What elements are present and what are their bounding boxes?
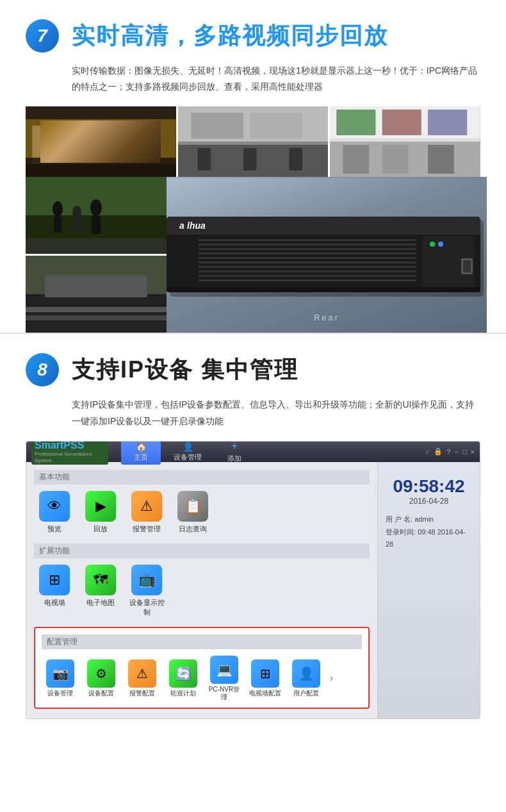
alarm-label: 报警管理 [133, 524, 161, 534]
svg-rect-9 [250, 113, 302, 138]
username-value: admin [414, 515, 434, 523]
preview-icon: 👁 [47, 498, 61, 515]
camera-grid-top [26, 106, 480, 177]
nav-add-label: 添加 [227, 454, 241, 463]
device-mgmt-icon: 📷 [53, 666, 69, 681]
svg-rect-52 [199, 270, 416, 272]
section7: 7 实时高清，多路视频同步回放 实时传输数据：图像无损失、无延时！高清视频，现场… [0, 0, 506, 333]
svg-rect-47 [199, 248, 416, 250]
minimize-button[interactable]: − [454, 448, 458, 456]
rear-label: Rear [314, 313, 339, 322]
icon-playback[interactable]: ▶ 回放 [80, 491, 121, 534]
svg-rect-22 [428, 145, 454, 174]
device-icon: 👤 [183, 442, 193, 452]
pss-user-info: 用 户 名: admin 登录时间: 09:48 2016-04-28 [386, 513, 472, 551]
playback-icon: ▶ [95, 498, 106, 515]
svg-rect-12 [243, 148, 256, 170]
pss-body: 基本功能 👁 预览 ▶ 回放 [26, 462, 480, 718]
pss-logo-text: SmartPSS [35, 441, 105, 451]
nav-home-label: 主页 [134, 452, 148, 462]
nav-device[interactable]: 👤 设备管理 [161, 441, 215, 465]
svg-text:a: a [179, 220, 184, 231]
icon-preview[interactable]: 👁 预览 [34, 491, 75, 534]
device-mgmt-icon-box: 📷 [46, 659, 74, 688]
username-label: 用 户 名: [386, 515, 412, 523]
section8-header: 8 支持IP设备 集中管理 [26, 353, 480, 386]
log-icon: 📋 [184, 498, 202, 515]
nav-add[interactable]: + 添加 [215, 441, 254, 467]
home-icon: 🏠 [136, 442, 147, 452]
emap-icon-box: 🗺 [85, 565, 116, 595]
icon-log[interactable]: 📋 日志查询 [172, 491, 213, 534]
tvwall-cfg-label: 电视墙配置 [249, 690, 281, 697]
svg-rect-3 [71, 126, 104, 164]
icon-tv-wall[interactable]: ⊞ 电视墙 [34, 565, 75, 617]
cam-scene-store [26, 106, 176, 177]
log-label: 日志查询 [179, 524, 207, 534]
alarm-cfg-label: 报警配置 [129, 690, 155, 697]
preview-label: 预览 [47, 524, 61, 534]
pss-date: 2016-04-28 [409, 497, 448, 506]
svg-rect-53 [199, 275, 416, 277]
svg-rect-60 [167, 287, 480, 292]
preview-icon-box: 👁 [39, 491, 70, 522]
pss-logo: SmartPSS Professional Surveillance Syste… [31, 441, 108, 465]
config-pcnvr[interactable]: 💻 PC-NVR管理 [206, 656, 243, 701]
camera-img-shop [330, 106, 480, 177]
config-device-cfg[interactable]: ⚙ 设备配置 [83, 659, 120, 697]
svg-rect-1 [26, 119, 176, 164]
config-alarm-cfg[interactable]: ⚠ 报警配置 [124, 659, 161, 697]
svg-point-58 [430, 242, 435, 247]
section7-number: 7 [26, 19, 59, 53]
user-icon: ♂ [425, 448, 430, 456]
icon-emap[interactable]: 🗺 电子地图 [80, 565, 121, 617]
svg-rect-50 [199, 261, 416, 263]
camera-img-mall [178, 106, 329, 177]
pss-titlebar-controls: ♂ 🔒 ? − □ × [425, 447, 475, 456]
user-cfg-icon: 👤 [298, 666, 314, 681]
close-button[interactable]: × [471, 448, 475, 456]
maximize-button[interactable]: □ [462, 448, 467, 456]
help-icon[interactable]: ? [446, 448, 450, 456]
patrol-icon: 🔄 [175, 666, 192, 681]
svg-rect-54 [199, 279, 416, 281]
display-ctrl-icon: 📺 [138, 572, 156, 588]
nav-device-label: 设备管理 [174, 452, 202, 462]
section8: 8 支持IP设备 集中管理 支持IP设备集中管理，包括IP设备参数配置、信息导入… [0, 334, 506, 731]
config-next-arrow[interactable]: › [329, 672, 334, 684]
add-icon: + [231, 441, 238, 454]
display-ctrl-icon-box: 📺 [131, 565, 162, 595]
svg-text:lhua: lhua [187, 220, 206, 231]
svg-rect-36 [45, 275, 147, 297]
config-user-cfg[interactable]: 👤 用户配置 [288, 659, 325, 697]
nav-home[interactable]: 🏠 主页 [121, 441, 161, 465]
svg-rect-48 [199, 253, 416, 254]
config-device-mgmt[interactable]: 📷 设备管理 [42, 659, 79, 697]
svg-rect-18 [428, 110, 467, 135]
basic-section-title: 基本功能 [34, 470, 370, 485]
extend-icons-row: ⊞ 电视墙 🗺 电子地图 📺 设备显示控制 [34, 565, 370, 617]
icon-display-ctrl[interactable]: 📺 设备显示控制 [126, 565, 167, 617]
alarm-icon: ⚠ [140, 498, 153, 515]
section8-title: 支持IP设备 集中管理 [72, 354, 298, 386]
config-patrol[interactable]: 🔄 轮巡计划 [165, 659, 202, 697]
section8-desc: 支持IP设备集中管理，包括IP设备参数配置、信息导入、导出和升级等功能；全新的U… [26, 397, 480, 429]
nvr-device-area: a lhua [167, 177, 487, 333]
tv-wall-icon-box: ⊞ [39, 565, 70, 595]
camera-img-store [26, 106, 176, 177]
camera-img-street [26, 177, 167, 254]
config-tvwall-cfg[interactable]: ⊞ 电视墙配置 [247, 659, 284, 697]
svg-rect-45 [199, 239, 416, 241]
svg-rect-8 [191, 113, 243, 138]
svg-rect-31 [92, 216, 101, 234]
tv-wall-label: 电视墙 [44, 598, 65, 608]
pss-time: 09:58:42 [393, 476, 464, 497]
svg-point-59 [438, 242, 443, 247]
extend-section-title: 扩展功能 [34, 543, 370, 558]
pcnvr-label: PC-NVR管理 [206, 686, 243, 701]
svg-point-26 [53, 201, 63, 217]
smartpss-ui: SmartPSS Professional Surveillance Syste… [26, 441, 480, 719]
icon-alarm[interactable]: ⚠ 报警管理 [126, 491, 167, 534]
left-camera-cells [26, 177, 167, 333]
config-section: 配置管理 📷 设备管理 ⚙ 设备配置 [34, 627, 370, 709]
